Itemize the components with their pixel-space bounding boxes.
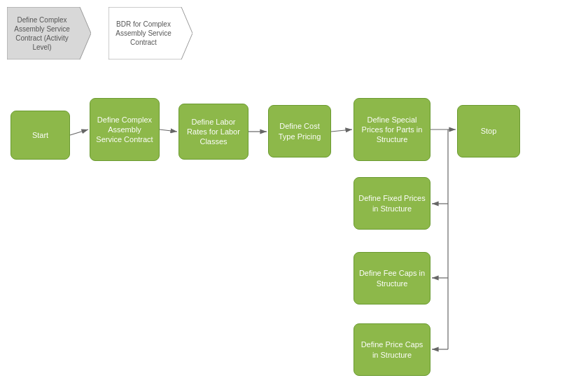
legend-label-1: Define Complex Assembly Service Contract… — [7, 7, 84, 59]
svg-line-6 — [331, 130, 352, 132]
svg-line-4 — [160, 130, 177, 132]
node-2[interactable]: Define Labor Rates for Labor Classes — [178, 104, 248, 160]
node-1[interactable]: Define Complex Assembly Service Contract — [90, 98, 160, 161]
legend-area: Define Complex Assembly Service Contract… — [7, 7, 192, 61]
start-node[interactable]: Start — [10, 111, 70, 160]
legend-item-2: BDR for Complex Assembly Service Contrac… — [108, 7, 192, 61]
stop-node[interactable]: Stop — [457, 105, 520, 158]
node-3[interactable]: Define Cost Type Pricing — [268, 105, 331, 158]
node-8[interactable]: Define Price Caps in Structure — [354, 323, 430, 376]
legend-item-1: Define Complex Assembly Service Contract… — [7, 7, 91, 61]
node-7[interactable]: Define Fee Caps in Structure — [354, 252, 430, 304]
svg-line-3 — [70, 130, 88, 135]
legend-label-2: BDR for Complex Assembly Service Contrac… — [108, 7, 186, 59]
node-6[interactable]: Define Fixed Prices in Structure — [354, 177, 430, 230]
diagram-container: Define Complex Assembly Service Contract… — [0, 0, 567, 392]
node-4[interactable]: Define Special Prices for Parts in Struc… — [354, 98, 430, 161]
